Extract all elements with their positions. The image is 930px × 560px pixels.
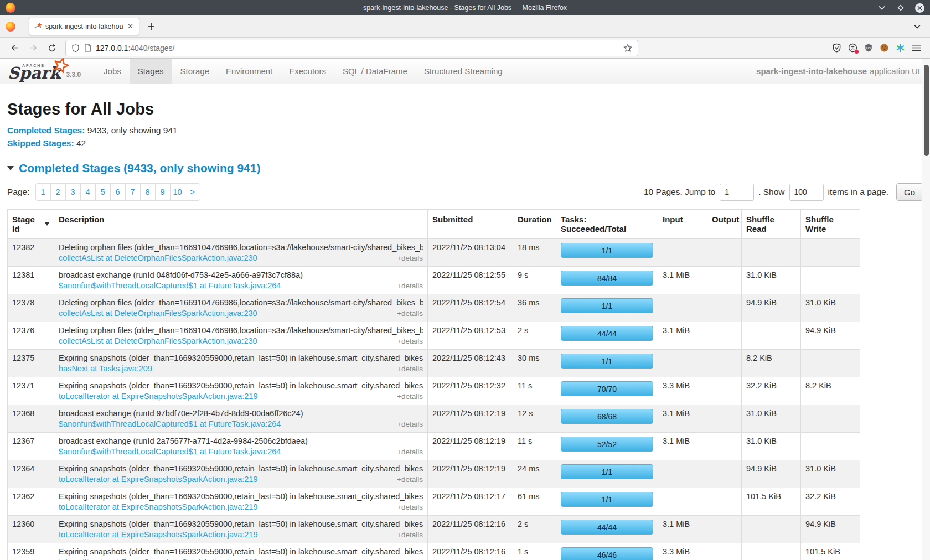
page-button-1[interactable]: 1 xyxy=(35,183,51,201)
input-cell xyxy=(658,239,707,267)
items-per-page-input[interactable] xyxy=(789,184,824,201)
new-tab-button[interactable] xyxy=(147,23,155,30)
page-title: Stages for All Jobs xyxy=(7,100,923,118)
column-header-description[interactable]: Description xyxy=(54,210,428,239)
jump-to-input[interactable] xyxy=(720,184,754,201)
details-toggle[interactable]: +details xyxy=(397,365,423,373)
page-button-5[interactable]: 5 xyxy=(95,183,111,201)
column-header-stage-id[interactable]: Stage Id xyxy=(8,210,54,239)
details-toggle[interactable]: +details xyxy=(397,392,423,401)
stage-detail-link[interactable]: toLocalIterator at ExpireSnapshotsSparkA… xyxy=(59,502,258,511)
column-header-submitted[interactable]: Submitted xyxy=(428,210,513,239)
submitted-cell: 2022/11/25 08:12:16 xyxy=(428,516,513,543)
tasks-progress-bar: 70/70 xyxy=(561,381,653,396)
browser-tab[interactable]: spark-ingest-into-lakehous ✕ xyxy=(29,18,140,35)
application-ui-label: spark-ingest-into-lakehouse application … xyxy=(756,59,920,84)
details-toggle[interactable]: +details xyxy=(397,282,423,290)
jump-to-label: 10 Pages. Jump to xyxy=(644,187,715,197)
page-button-6[interactable]: 6 xyxy=(110,183,126,201)
tasks-progress-bar: 1/1 xyxy=(561,464,653,479)
page-button-2[interactable]: 2 xyxy=(50,183,66,201)
bookmark-star-icon[interactable] xyxy=(623,44,632,53)
submitted-cell: 2022/11/25 08:13:04 xyxy=(428,239,513,267)
details-toggle[interactable]: +details xyxy=(397,475,423,484)
stage-detail-link[interactable]: toLocalIterator at ExpireSnapshotsSparkA… xyxy=(59,558,258,560)
page-button-8[interactable]: 8 xyxy=(140,183,156,201)
table-row: 12371 Expiring snapshots (older_than=166… xyxy=(8,377,860,405)
window-minimize-button[interactable] xyxy=(877,3,887,13)
column-header-duration[interactable]: Duration xyxy=(513,210,556,239)
extension-mask-icon[interactable] xyxy=(848,43,857,53)
window-close-button[interactable] xyxy=(914,3,924,13)
nav-item-structured-streaming[interactable]: Structured Streaming xyxy=(416,59,511,84)
column-header-output[interactable]: Output xyxy=(707,210,742,239)
details-toggle[interactable]: +details xyxy=(397,420,423,428)
completed-stages-section-header[interactable]: Completed Stages (9433, only showing 941… xyxy=(7,162,923,175)
nav-item-sql-dataframe[interactable]: SQL / DataFrame xyxy=(334,59,416,84)
input-cell: 3.3 MiB xyxy=(658,377,707,405)
sort-desc-icon xyxy=(45,222,49,226)
nav-item-stages[interactable]: Stages xyxy=(130,59,172,84)
stage-id-cell: 12375 xyxy=(8,350,54,377)
page-button-3[interactable]: 3 xyxy=(65,183,81,201)
cookie-icon[interactable] xyxy=(880,43,889,53)
skipped-stages-label: Skipped Stages: xyxy=(7,138,74,148)
tab-title: spark-ingest-into-lakehous xyxy=(45,23,123,30)
go-button[interactable]: Go xyxy=(896,183,923,201)
details-toggle[interactable]: +details xyxy=(397,531,423,539)
stage-detail-link[interactable]: collectAsList at DeleteOrphanFilesSparkA… xyxy=(59,309,257,318)
nav-item-storage[interactable]: Storage xyxy=(172,59,218,84)
page-scrollbar[interactable] xyxy=(922,59,930,560)
details-toggle[interactable]: +details xyxy=(397,254,423,262)
stage-detail-link[interactable]: $anonfun$withThreadLocalCaptured$1 at Fu… xyxy=(59,281,281,290)
details-toggle[interactable]: +details xyxy=(397,448,423,456)
nav-item-environment[interactable]: Environment xyxy=(218,59,281,84)
hamburger-menu-icon[interactable] xyxy=(912,44,921,52)
stage-detail-link[interactable]: hasNext at Tasks.java:209 xyxy=(59,364,152,373)
details-toggle[interactable]: +details xyxy=(397,337,423,345)
stage-detail-link[interactable]: toLocalIterator at ExpireSnapshotsSparkA… xyxy=(59,475,258,484)
page-button-7[interactable]: 7 xyxy=(125,183,141,201)
reload-button[interactable] xyxy=(44,40,60,56)
application-name: spark-ingest-into-lakehouse xyxy=(756,66,867,76)
column-header-input[interactable]: Input xyxy=(658,210,707,239)
scrollbar-thumb[interactable] xyxy=(924,65,929,156)
column-header-shuffle-write[interactable]: Shuffle Write xyxy=(801,210,860,239)
url-bar[interactable]: 127.0.0.1:4040/stages/ xyxy=(65,40,638,56)
list-all-tabs-button[interactable] xyxy=(913,23,924,30)
page-button-4[interactable]: 4 xyxy=(80,183,96,201)
page-button-next[interactable]: > xyxy=(185,183,200,201)
extension-shield-icon[interactable] xyxy=(832,43,841,53)
shuffle-read-cell: 94.9 KiB xyxy=(742,294,801,322)
details-toggle[interactable]: +details xyxy=(397,309,423,318)
shuffle-write-cell: 31.0 KiB xyxy=(801,460,860,488)
page-button-9[interactable]: 9 xyxy=(155,183,170,201)
forward-button[interactable] xyxy=(25,40,41,56)
details-toggle[interactable]: +details xyxy=(397,503,423,511)
stage-detail-link[interactable]: $anonfun$withThreadLocalCaptured$1 at Fu… xyxy=(59,447,281,456)
page-button-10[interactable]: 10 xyxy=(170,183,185,201)
column-header-tasks[interactable]: Tasks: Succeeded/Total xyxy=(556,210,658,239)
window-maximize-button[interactable] xyxy=(896,3,906,13)
duration-cell: 2 s xyxy=(513,322,556,350)
browser-toolbar: 127.0.0.1:4040/stages/ UO xyxy=(0,38,930,59)
back-button[interactable] xyxy=(7,40,22,56)
ublock-shield-icon[interactable]: UO xyxy=(864,43,873,53)
shuffle-write-cell: 32.2 KiB xyxy=(801,488,860,516)
asterisk-extension-icon[interactable] xyxy=(896,43,905,53)
stage-detail-link[interactable]: collectAsList at DeleteOrphanFilesSparkA… xyxy=(59,253,257,262)
output-cell xyxy=(707,516,742,543)
badge-dot xyxy=(855,50,859,54)
nav-item-jobs[interactable]: Jobs xyxy=(95,59,130,84)
firefox-icon[interactable] xyxy=(6,22,16,32)
tasks-progress-bar: 52/52 xyxy=(561,437,653,452)
column-header-shuffle-read[interactable]: Shuffle Read xyxy=(742,210,801,239)
nav-item-executors[interactable]: Executors xyxy=(281,59,334,84)
spark-logo[interactable]: APACHE Spark 3.3.0 xyxy=(8,59,95,84)
tasks-cell: 1/1 xyxy=(556,350,658,377)
stage-detail-link[interactable]: toLocalIterator at ExpireSnapshotsSparkA… xyxy=(59,530,258,539)
stage-detail-link[interactable]: collectAsList at DeleteOrphanFilesSparkA… xyxy=(59,336,257,345)
stage-detail-link[interactable]: $anonfun$withThreadLocalCaptured$1 at Fu… xyxy=(59,419,281,428)
tab-close-button[interactable]: ✕ xyxy=(126,22,135,31)
stage-detail-link[interactable]: toLocalIterator at ExpireSnapshotsSparkA… xyxy=(59,392,258,401)
